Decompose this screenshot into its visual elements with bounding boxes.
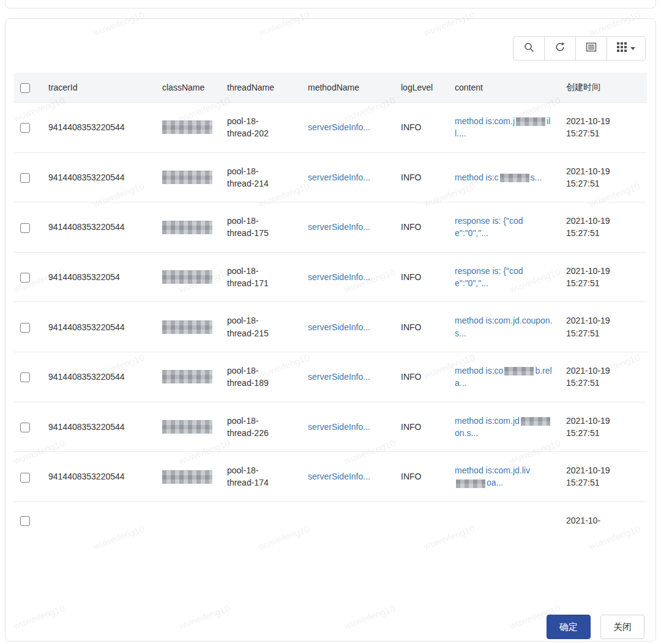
search-icon <box>523 42 534 55</box>
chevron-down-icon <box>630 47 635 50</box>
table-row[interactable]: 9414408353220544 pool-18-thread-175 serv… <box>14 202 647 253</box>
content-link[interactable]: method is:com.jd.coupon.s... <box>455 316 553 338</box>
method-name-cell: serverSideInfo... <box>302 103 395 153</box>
content-link[interactable]: method is:cob.rela... <box>455 366 552 388</box>
table-scroll-area[interactable]: tracerId className threadName methodName… <box>6 73 655 609</box>
redacted-classname-block <box>162 320 212 334</box>
toolbar-button-group <box>513 36 646 61</box>
method-name-link[interactable]: serverSideInfo... <box>308 422 370 432</box>
close-button[interactable]: 关闭 <box>600 615 644 639</box>
table-header-row: tracerId className threadName methodName… <box>14 73 647 103</box>
table-body: 9414408353220544 pool-18-thread-202 serv… <box>14 103 647 539</box>
select-all-checkbox[interactable] <box>20 83 30 93</box>
tracer-id-cell <box>42 502 156 539</box>
table-row[interactable]: 9414408353220544 pool-18-thread-189 serv… <box>14 352 647 402</box>
thread-name-cell: pool-18-thread-202 <box>221 103 302 153</box>
thread-name-cell: pool-18-thread-215 <box>221 302 302 352</box>
table-row[interactable]: 9414408353220544 pool-18-thread-226 serv… <box>14 402 647 452</box>
content-cell: method is:com.jill.... <box>449 103 560 153</box>
refresh-button[interactable] <box>544 36 576 61</box>
table-row[interactable]: 9414408353220544 pool-18-thread-215 serv… <box>14 302 647 352</box>
row-checkbox[interactable] <box>20 273 30 283</box>
confirm-button[interactable]: 确定 <box>547 615 591 639</box>
row-checkbox[interactable] <box>20 323 30 333</box>
method-name-link[interactable]: serverSideInfo... <box>308 172 370 182</box>
redacted-classname-block <box>162 120 212 134</box>
row-checkbox[interactable] <box>20 173 30 183</box>
redacted-classname-block <box>162 370 212 383</box>
columns-dropdown-button[interactable] <box>607 36 646 61</box>
method-name-cell: serverSideInfo... <box>302 352 395 402</box>
create-time-cell: 2021-10-19 15:27:51 <box>560 202 647 253</box>
log-level-cell: INFO <box>395 103 449 153</box>
method-name-link[interactable]: serverSideInfo... <box>308 222 370 232</box>
class-name-cell <box>156 352 221 402</box>
thread-name-cell: pool-18-thread-189 <box>221 352 302 402</box>
table-row[interactable]: 2021-10- <box>14 502 647 539</box>
tracer-id-cell: 9414408353220544 <box>42 103 156 153</box>
row-checkbox[interactable] <box>20 372 30 382</box>
tracer-id-cell: 9414408353220544 <box>42 452 156 502</box>
class-name-cell <box>156 103 221 153</box>
header-method-name: methodName <box>302 73 395 103</box>
row-checkbox[interactable] <box>20 473 30 483</box>
method-name-cell: serverSideInfo... <box>302 202 395 253</box>
class-name-cell <box>156 252 221 302</box>
log-table-panel: tracerId className threadName methodName… <box>5 18 656 642</box>
log-level-cell: INFO <box>395 452 449 502</box>
method-name-cell: serverSideInfo... <box>302 302 395 352</box>
content-cell <box>449 502 560 539</box>
thread-name-cell: pool-18-thread-174 <box>221 452 302 502</box>
row-select-cell <box>14 302 42 352</box>
method-name-link[interactable]: serverSideInfo... <box>308 122 370 132</box>
table-row[interactable]: 9414408353220544 pool-18-thread-202 serv… <box>14 103 647 153</box>
method-name-link[interactable]: serverSideInfo... <box>308 472 370 481</box>
log-level-cell: INFO <box>395 302 449 352</box>
log-level-cell: INFO <box>395 152 449 202</box>
refresh-icon <box>555 42 566 55</box>
content-link[interactable]: method is:com.jill.... <box>455 116 550 138</box>
method-name-link[interactable]: serverSideInfo... <box>308 372 370 382</box>
row-checkbox[interactable] <box>20 423 30 432</box>
content-cell: response is: {"code":"0","... <box>449 202 560 253</box>
create-time-cell: 2021-10-19 15:27:51 <box>560 103 647 153</box>
content-link[interactable]: method is:com.jdon.s... <box>455 416 551 438</box>
content-link[interactable]: method is:cs... <box>455 172 542 182</box>
row-checkbox[interactable] <box>20 223 30 233</box>
content-link[interactable]: method is:com.jd.livoa... <box>455 465 530 487</box>
redacted-text-block <box>456 479 485 488</box>
class-name-cell <box>156 302 221 352</box>
method-name-cell <box>302 502 395 539</box>
columns-grid-icon <box>617 42 627 54</box>
tracer-id-cell: 9414408353220544 <box>42 302 156 352</box>
redacted-text-block <box>504 367 534 376</box>
content-link[interactable]: response is: {"code":"0","... <box>455 266 523 288</box>
create-time-cell: 2021-10-19 15:27:51 <box>560 452 647 502</box>
toggle-view-button[interactable] <box>575 36 607 61</box>
row-select-cell <box>14 152 42 202</box>
header-create-time: 创建时间 <box>560 73 647 103</box>
row-select-cell <box>14 252 42 302</box>
create-time-cell: 2021-10-19 15:27:51 <box>560 302 647 352</box>
table-row[interactable]: 941440835322054 pool-18-thread-171 serve… <box>14 252 647 302</box>
row-checkbox[interactable] <box>20 123 30 133</box>
header-log-level: logLevel <box>395 73 449 103</box>
search-button[interactable] <box>513 36 545 61</box>
redacted-classname-block <box>162 470 212 484</box>
header-thread-name: threadName <box>221 73 302 103</box>
log-level-cell: INFO <box>395 352 449 402</box>
row-checkbox[interactable] <box>20 516 30 526</box>
method-name-link[interactable]: serverSideInfo... <box>308 322 370 332</box>
row-select-cell <box>14 402 42 452</box>
method-name-cell: serverSideInfo... <box>302 152 395 202</box>
thread-name-cell: pool-18-thread-214 <box>221 152 302 202</box>
table-row[interactable]: 9414408353220544 pool-18-thread-174 serv… <box>14 452 647 502</box>
content-cell: response is: {"code":"0","... <box>449 252 560 302</box>
log-table: tracerId className threadName methodName… <box>14 73 647 539</box>
content-link[interactable]: response is: {"code":"0","... <box>455 216 523 238</box>
tracer-id-cell: 9414408353220544 <box>42 402 156 452</box>
table-row[interactable]: 9414408353220544 pool-18-thread-214 serv… <box>14 152 647 202</box>
header-select-all <box>14 73 42 103</box>
class-name-cell <box>156 402 221 452</box>
method-name-link[interactable]: serverSideInfo... <box>308 272 370 282</box>
